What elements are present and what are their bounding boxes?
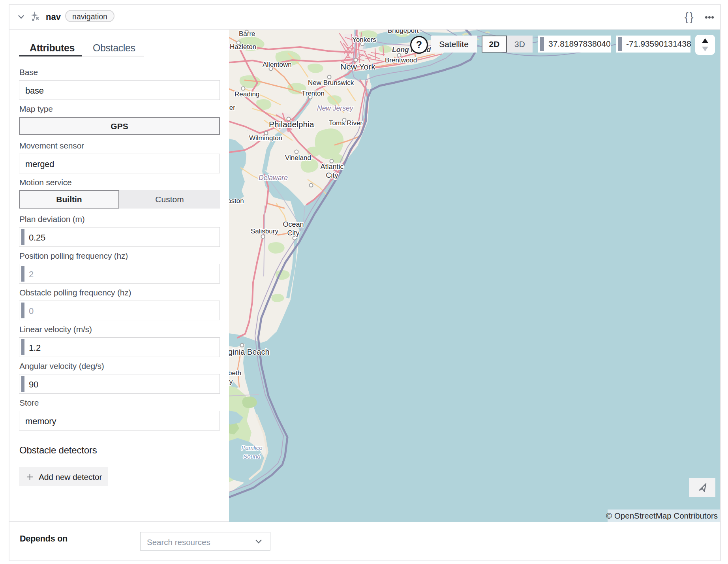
svg-text:Pamlico: Pamlico xyxy=(241,444,262,451)
svg-text:Reading: Reading xyxy=(235,90,259,98)
svg-text:Delaware: Delaware xyxy=(259,174,288,182)
svg-text:New Brunswick: New Brunswick xyxy=(308,79,354,86)
svg-text:Yonkers: Yonkers xyxy=(352,36,376,43)
svg-text:Philadelphia: Philadelphia xyxy=(269,120,314,129)
svg-text:City: City xyxy=(287,229,300,237)
svg-text:beth: beth xyxy=(229,369,241,377)
svg-text:Bridgeport: Bridgeport xyxy=(388,30,419,34)
svg-text:Vineland: Vineland xyxy=(285,154,311,162)
svg-text:ty: ty xyxy=(229,378,233,385)
svg-text:ginia Beach: ginia Beach xyxy=(229,348,270,356)
svg-text:Brentwood: Brentwood xyxy=(385,56,417,64)
svg-text:Hazleton: Hazleton xyxy=(230,43,256,51)
svg-text:Barre: Barre xyxy=(239,30,255,38)
svg-text:Wilmington: Wilmington xyxy=(249,134,282,142)
svg-text:Allentown: Allentown xyxy=(263,61,292,68)
svg-text:Atlantic: Atlantic xyxy=(320,163,343,171)
svg-text:New York: New York xyxy=(340,62,375,71)
svg-text:ter: ter xyxy=(229,104,235,111)
svg-text:Trenton: Trenton xyxy=(302,90,325,97)
svg-text:Sound: Sound xyxy=(243,453,261,460)
svg-text:Toms River: Toms River xyxy=(329,119,362,127)
svg-text:aston: aston xyxy=(229,197,244,205)
svg-text:New Jersey: New Jersey xyxy=(317,104,354,112)
svg-text:Ocean: Ocean xyxy=(283,220,304,228)
svg-text:Salisbury: Salisbury xyxy=(251,227,278,235)
svg-text:City: City xyxy=(326,171,338,179)
